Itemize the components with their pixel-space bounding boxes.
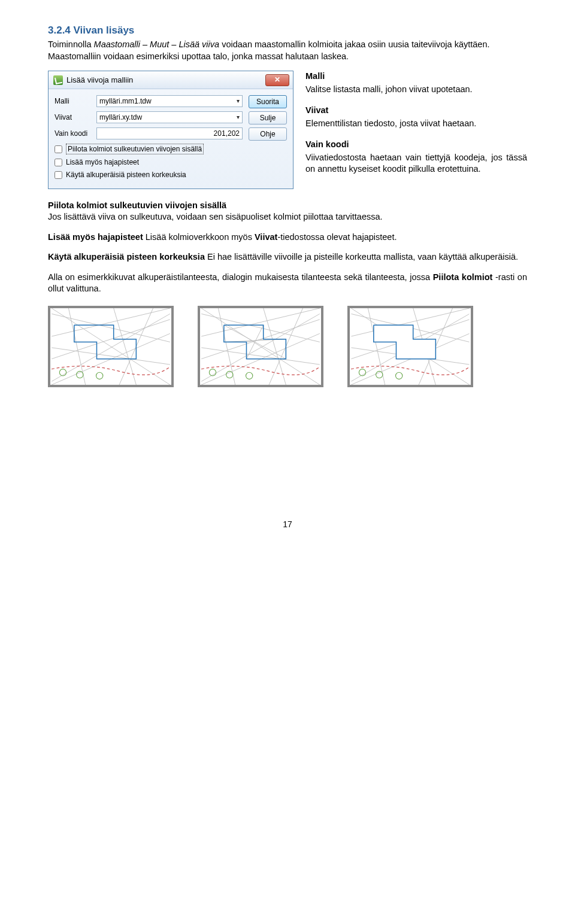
svg-line-38 [351, 308, 470, 385]
svg-line-0 [52, 314, 170, 342]
svg-line-18 [264, 308, 286, 385]
dialog-add-lines-to-model: Lisää viivoja malliin ✕ Malli mylläri.mm… [48, 71, 293, 189]
svg-line-30 [351, 314, 470, 342]
checkbox-add-scatter[interactable] [55, 159, 62, 166]
svg-line-39 [351, 314, 470, 381]
para-examples-a: Alla on esimerkkikuvat alkuperäistilante… [48, 272, 433, 282]
thumbnail-dialog-state [198, 306, 323, 387]
side-code-heading: Vain koodi [305, 139, 349, 149]
label-model: Malli [55, 96, 96, 106]
side-model-text: Valitse listasta malli, johon viivat upo… [305, 84, 527, 96]
para-add-scatter: Lisää myös hajapisteet Lisää kolmioverkk… [48, 232, 527, 244]
para-hide-triangles-heading: Piilota kolmiot sulkeutuvien viivojen si… [48, 200, 226, 210]
example-thumbnails [48, 306, 527, 387]
section-heading: 3.2.4 Viivan lisäys [48, 24, 527, 38]
svg-line-22 [201, 314, 320, 381]
para-examples: Alla on esimerkkikuvat alkuperäistilante… [48, 272, 527, 295]
intro-paragraph: Toiminnolla Maastomalli – Muut – Lisää v… [48, 39, 527, 62]
check-hide-triangles-label: Piilota kolmiot sulkeutuvien viivojen si… [66, 144, 204, 154]
svg-point-42 [396, 372, 402, 379]
check-add-scatter-label: Lisää myös hajapisteet [66, 157, 139, 167]
side-model-heading: Malli [305, 71, 325, 81]
label-code: Vain koodi [55, 129, 96, 138]
svg-line-13 [201, 314, 320, 342]
close-button[interactable]: ✕ [265, 74, 289, 86]
svg-line-5 [114, 308, 137, 385]
check-original-heights[interactable]: Käytä alkuperäisiä pisteen korkeuksia [55, 170, 243, 180]
svg-line-20 [201, 348, 320, 364]
para-hide-triangles-text: Jos lisättävä viiva on sulkeutuva, voida… [48, 212, 383, 221]
page-number: 17 [48, 519, 527, 530]
input-code[interactable]: 201,202 [96, 127, 243, 139]
svg-line-21 [201, 308, 320, 385]
help-button[interactable]: Ohje [249, 127, 287, 141]
para-original-heights-t: Ei hae lisättäville viivoille ja pisteil… [205, 252, 518, 262]
para-examples-b: Piilota kolmiot [433, 272, 493, 282]
side-descriptions: Malli Valitse listasta malli, johon viiv… [305, 71, 527, 185]
label-lines: Viivat [55, 113, 96, 122]
para-add-scatter-b: Lisää kolmioverkkoon myös [143, 232, 255, 242]
svg-line-35 [413, 308, 436, 385]
intro-text-a: Toiminnolla [48, 39, 94, 49]
para-add-scatter-c: Viivat [255, 232, 277, 242]
thumbnail-original [48, 306, 174, 387]
run-button[interactable]: Suorita [249, 95, 287, 108]
checkbox-original-heights[interactable] [55, 171, 62, 179]
svg-line-9 [52, 314, 170, 381]
para-add-scatter-h: Lisää myös hajapisteet [48, 232, 143, 242]
dialog-title-text: Lisää viivoja malliin [66, 75, 133, 86]
intro-menu-path: Maastomalli – Muut – Lisää viiva [94, 39, 220, 49]
para-hide-triangles: Piilota kolmiot sulkeutuvien viivojen si… [48, 200, 527, 223]
svg-line-8 [52, 308, 170, 385]
check-original-heights-label: Käytä alkuperäisiä pisteen korkeuksia [66, 170, 186, 180]
para-original-heights-h: Käytä alkuperäisiä pisteen korkeuksia [48, 252, 205, 262]
svg-line-37 [351, 348, 470, 364]
para-add-scatter-d: -tiedostossa olevat hajapisteet. [277, 232, 397, 242]
svg-line-7 [52, 348, 170, 364]
combo-model[interactable]: mylläri.mm1.tdw [96, 95, 243, 107]
combo-lines-value: mylläri.xy.tdw [99, 113, 142, 122]
check-hide-triangles[interactable]: Piilota kolmiot sulkeutuvien viivojen si… [55, 144, 243, 154]
side-lines-heading: Viivat [305, 105, 328, 115]
side-lines-text: Elementtilistan tiedosto, josta viivat h… [305, 118, 527, 130]
dialog-titlebar: Lisää viivoja malliin ✕ [49, 71, 293, 89]
side-code-text: Viivatiedostosta haetaan vain tiettyjä k… [305, 152, 527, 175]
app-icon [53, 75, 63, 85]
svg-line-24 [246, 325, 263, 358]
thumbnail-hidden-triangles [347, 306, 473, 387]
svg-point-29 [246, 372, 253, 379]
input-code-value: 201,202 [214, 129, 240, 138]
combo-model-value: mylläri.mm1.tdw [99, 96, 152, 106]
checkbox-hide-triangles[interactable] [55, 145, 62, 153]
svg-point-12 [96, 372, 103, 379]
combo-lines[interactable]: mylläri.xy.tdw [96, 111, 243, 123]
close-dialog-button[interactable]: Sulje [249, 111, 287, 124]
para-original-heights: Käytä alkuperäisiä pisteen korkeuksia Ei… [48, 251, 527, 263]
check-add-scatter[interactable]: Lisää myös hajapisteet [55, 157, 243, 167]
